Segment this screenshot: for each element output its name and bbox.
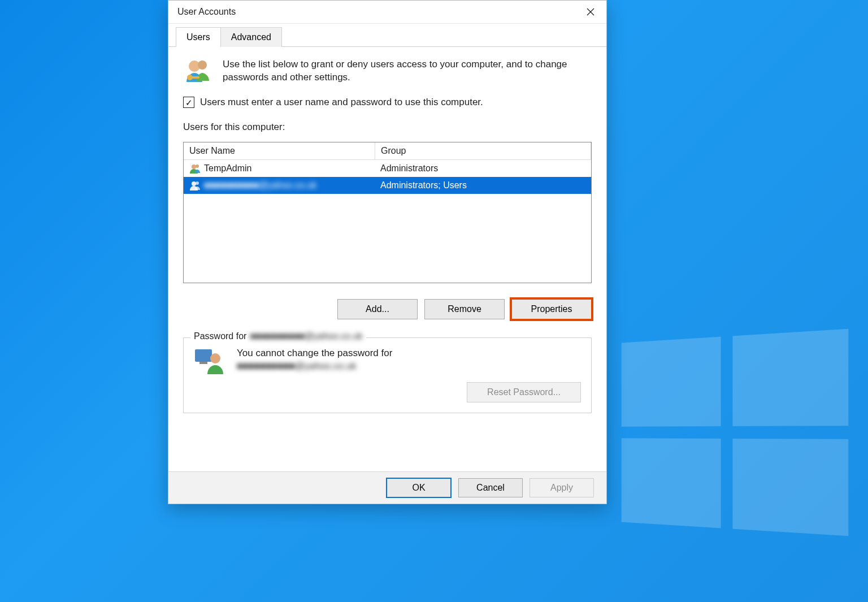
add-button[interactable]: Add...	[337, 299, 418, 319]
users-table[interactable]: User Name Group TempAdmin Administrators	[183, 142, 592, 283]
close-button[interactable]	[577, 2, 604, 22]
svg-rect-11	[199, 362, 207, 364]
titlebar: User Accounts	[168, 1, 606, 24]
svg-point-9	[196, 181, 199, 185]
cell-group: Administrators; Users	[380, 180, 467, 190]
cancel-button[interactable]: Cancel	[458, 478, 523, 497]
remove-button[interactable]: Remove	[424, 299, 505, 319]
apply-button: Apply	[530, 478, 594, 497]
column-header-group[interactable]: Group	[375, 142, 591, 160]
desktop-background: User Accounts Users Advanced Use the lis…	[0, 0, 868, 602]
tab-strip: Users Advanced	[168, 24, 606, 47]
close-icon	[586, 7, 595, 16]
cell-username: TempAdmin	[204, 163, 251, 174]
user-icon	[189, 180, 201, 190]
require-password-checkbox[interactable]: ✓ Users must enter a user name and passw…	[183, 97, 592, 108]
svg-point-12	[210, 353, 220, 363]
cell-username: ■■■■■■■■■■@yahoo.co.uk	[204, 180, 316, 190]
svg-rect-5	[192, 76, 199, 79]
user-icon	[189, 163, 201, 174]
password-fieldset: Password for ■■■■■■■■■■@yahoo.co.uk You …	[183, 337, 592, 413]
users-key-icon	[183, 58, 212, 86]
cell-group: Administrators	[380, 163, 438, 174]
password-message: You cannot change the password for ■■■■■…	[237, 347, 392, 373]
intro-text: Use the list below to grant or deny user…	[223, 58, 592, 84]
users-list-label: Users for this computer:	[183, 122, 592, 133]
properties-button[interactable]: Properties	[511, 299, 592, 319]
tab-users[interactable]: Users	[176, 27, 221, 47]
table-row[interactable]: TempAdmin Administrators	[184, 160, 591, 177]
user-monitor-icon	[194, 347, 225, 374]
svg-point-8	[192, 181, 196, 186]
window-title: User Accounts	[177, 7, 236, 17]
column-header-username[interactable]: User Name	[184, 142, 375, 160]
dialog-body: Use the list below to grant or deny user…	[168, 47, 606, 471]
svg-point-6	[192, 164, 196, 169]
ok-button[interactable]: OK	[386, 478, 452, 498]
table-header-row: User Name Group	[184, 142, 591, 160]
table-row[interactable]: ■■■■■■■■■■@yahoo.co.uk Administrators; U…	[184, 177, 591, 194]
dialog-footer: OK Cancel Apply	[168, 471, 606, 504]
reset-password-button: Reset Password...	[467, 382, 581, 402]
require-password-label: Users must enter a user name and passwor…	[200, 97, 483, 108]
password-legend: Password for ■■■■■■■■■■@yahoo.co.uk	[190, 331, 366, 341]
user-accounts-dialog: User Accounts Users Advanced Use the lis…	[168, 0, 607, 504]
svg-point-7	[196, 164, 199, 168]
svg-rect-10	[195, 349, 212, 362]
user-buttons-row: Add... Remove Properties	[183, 299, 592, 319]
intro-row: Use the list below to grant or deny user…	[183, 58, 592, 86]
windows-logo-icon	[622, 329, 849, 536]
checkbox-icon: ✓	[183, 97, 194, 108]
tab-advanced[interactable]: Advanced	[221, 27, 282, 47]
svg-point-3	[198, 60, 207, 70]
